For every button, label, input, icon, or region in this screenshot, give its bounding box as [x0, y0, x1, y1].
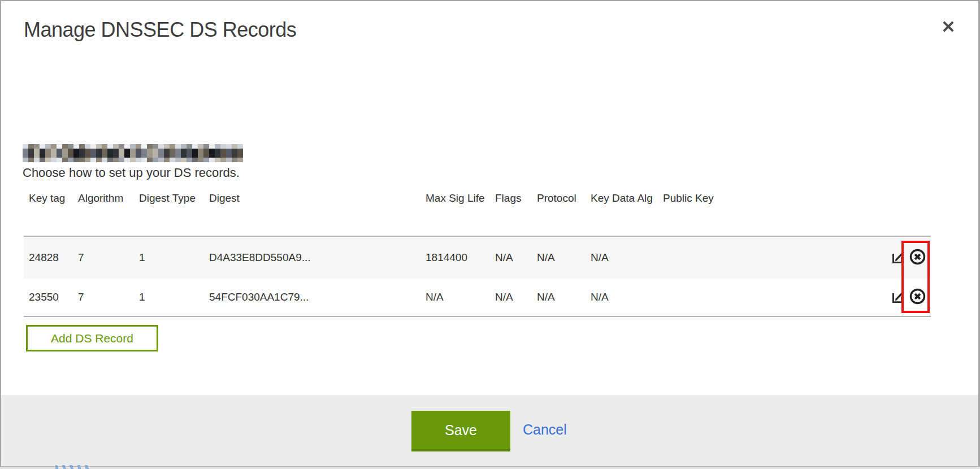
- background-page-glimpse: [55, 465, 92, 469]
- cell-flags: N/A: [495, 291, 537, 303]
- cell-key-tag: 24828: [24, 251, 78, 264]
- row-actions: [862, 288, 931, 307]
- delete-circle-icon: [909, 288, 926, 307]
- cell-protocol: N/A: [537, 291, 591, 303]
- cell-key-data-alg: N/A: [591, 291, 663, 303]
- cell-key-tag: 23550: [24, 291, 78, 303]
- edit-icon: [891, 249, 906, 266]
- col-header-digest-type: Digest Type: [139, 192, 209, 205]
- table-row: 24828 7 1 D4A33E8DD550A9... 1814400 N/A …: [24, 237, 931, 279]
- cell-algorithm: 7: [78, 251, 139, 264]
- table-row: 23550 7 1 54FCF030AA1C79... N/A N/A N/A …: [24, 279, 931, 317]
- close-button[interactable]: [938, 17, 959, 37]
- cell-algorithm: 7: [78, 291, 139, 303]
- cell-protocol: N/A: [537, 251, 591, 264]
- cancel-link[interactable]: Cancel: [523, 422, 567, 438]
- table-header-row: Key tag Algorithm Digest Type Digest Max…: [24, 189, 931, 237]
- cell-digest: 54FCF030AA1C79...: [209, 291, 426, 303]
- col-header-protocol: Protocol: [537, 192, 591, 205]
- cell-flags: N/A: [495, 251, 537, 264]
- cell-digest-type: 1: [139, 251, 209, 264]
- cell-max-sig-life: N/A: [426, 291, 495, 303]
- col-header-algorithm: Algorithm: [78, 192, 139, 205]
- delete-circle-icon: [909, 248, 926, 267]
- delete-record-button[interactable]: [909, 248, 926, 267]
- col-header-public-key: Public Key: [663, 192, 862, 205]
- page-title: Manage DNSSEC DS Records: [24, 18, 296, 42]
- modal-footer: Save Cancel: [1, 395, 978, 466]
- redacted-pixel-row: [23, 144, 243, 149]
- col-header-key-tag: Key tag: [24, 192, 78, 205]
- manage-dnssec-modal: Manage DNSSEC DS Records Choose how to s…: [0, 0, 980, 467]
- redacted-pixel-row: [23, 158, 243, 162]
- col-header-digest: Digest: [209, 192, 426, 205]
- cell-digest: D4A33E8DD550A9...: [209, 251, 426, 264]
- cell-key-data-alg: N/A: [591, 251, 663, 264]
- cell-digest-type: 1: [139, 291, 209, 303]
- col-header-key-data-alg: Key Data Alg: [591, 192, 663, 205]
- redacted-pixel-row: [23, 149, 243, 158]
- cell-max-sig-life: 1814400: [426, 251, 495, 264]
- edit-record-button[interactable]: [891, 289, 906, 306]
- row-actions: [862, 248, 931, 267]
- col-header-flags: Flags: [495, 192, 537, 205]
- redacted-domain-name: [23, 144, 243, 162]
- delete-record-button[interactable]: [909, 288, 926, 307]
- col-header-max-sig-life: Max Sig Life: [426, 192, 495, 205]
- modal-bottom-edge: [0, 467, 980, 469]
- screen: Manage DNSSEC DS Records Choose how to s…: [0, 0, 980, 469]
- edit-record-button[interactable]: [891, 249, 906, 266]
- add-ds-record-button[interactable]: Add DS Record: [26, 325, 158, 351]
- edit-icon: [891, 289, 906, 306]
- instruction-text: Choose how to set up your DS records.: [23, 166, 240, 180]
- ds-records-table: Key tag Algorithm Digest Type Digest Max…: [24, 189, 931, 317]
- close-icon: [940, 19, 956, 36]
- save-button[interactable]: Save: [411, 411, 510, 451]
